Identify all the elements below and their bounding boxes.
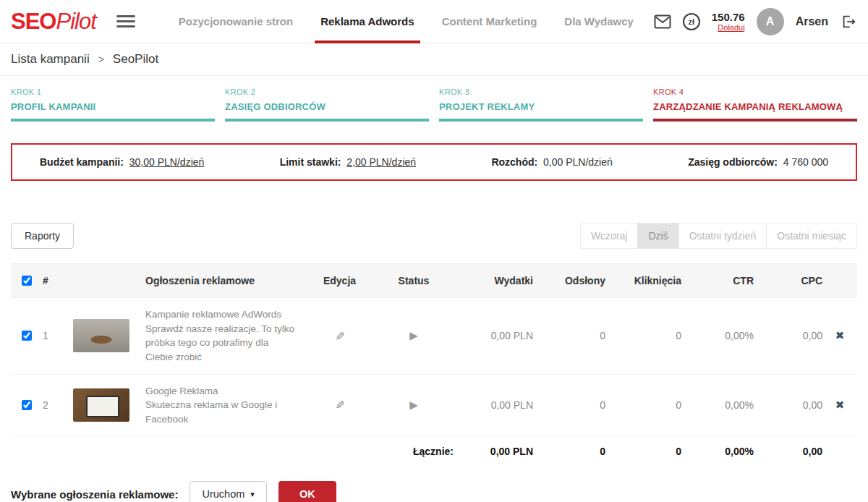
row-ctr: 0,00% — [681, 330, 754, 341]
step-number-label: KROK 1 — [11, 88, 215, 96]
summary-spend-label: Rozchód: — [491, 156, 537, 168]
col-header-status: Status — [374, 275, 454, 286]
summary-reach: Zasięg odbiorców: 4 760 000 — [688, 156, 828, 168]
row-checkbox[interactable] — [22, 331, 32, 341]
row-clicks: 0 — [605, 399, 681, 411]
ok-button[interactable]: OK — [278, 481, 336, 502]
row-views: 0 — [533, 399, 605, 411]
run-dropdown-button[interactable]: Uruchom ▾ — [190, 481, 266, 502]
step-number-label: KROK 4 — [653, 88, 857, 96]
row-checkbox[interactable] — [22, 400, 32, 410]
step-1-profil-kampanii[interactable]: KROK 1 PROFIL KAMPANII — [11, 88, 215, 122]
nav-item-content-marketing[interactable]: Content Marketing — [442, 0, 537, 43]
ad-thumbnail — [73, 388, 129, 422]
logo-text-seo: SEO — [11, 9, 56, 35]
step-progress-bar — [225, 119, 429, 122]
tab-ostatni-tydzien[interactable]: Ostatni tydzień — [678, 223, 767, 249]
topup-link[interactable]: Doładuj — [718, 23, 744, 33]
footer-actions: Wybrane ogłoszenia reklamowe: Uruchom ▾ … — [11, 481, 857, 502]
summary-limit: Limit stawki: 2,00 PLN/dzień — [280, 156, 416, 168]
top-bar: SEO Pilot Pozycjonowanie stron Reklama A… — [0, 0, 868, 43]
summary-limit-value[interactable]: 2,00 PLN/dzień — [346, 156, 416, 168]
breadcrumb-root[interactable]: Lista kampanii — [11, 52, 90, 67]
summary-spend: Rozchód: 0,00 PLN/dzień — [491, 156, 612, 168]
totals-clicks: 0 — [605, 446, 681, 457]
step-2-zasieg-odbiorcow[interactable]: KROK 2 ZASIĘG ODBIORCÓW — [225, 88, 429, 122]
avatar[interactable]: A — [757, 8, 784, 35]
summary-budget-value[interactable]: 30,00 PLN/dzień — [129, 156, 205, 168]
edit-pencil-icon[interactable]: ✎ — [333, 331, 346, 341]
tab-dzis[interactable]: Dziś — [637, 223, 678, 249]
selected-ads-label: Wybrane ogłoszenia reklamowe: — [11, 488, 178, 501]
ad-text: Google Reklama Skuteczna reklama w Googl… — [145, 384, 305, 427]
col-header-ads: Ogłoszenia reklamowe — [145, 273, 305, 288]
step-title: ZARZĄDZANIE KAMPANIĄ REKLAMOWĄ — [653, 101, 857, 112]
breadcrumb-separator: > — [98, 54, 104, 65]
play-status-icon[interactable]: ▶ — [409, 329, 418, 341]
step-number-label: KROK 2 — [225, 88, 429, 96]
row-spend: 0,00 PLN — [454, 330, 533, 341]
currency-coin-icon: zł — [683, 13, 700, 30]
seopilot-logo[interactable]: SEO Pilot — [11, 9, 96, 35]
col-header-num: # — [43, 275, 73, 286]
mail-icon[interactable] — [654, 14, 671, 29]
ad-title: Kampanie reklamowe AdWords — [145, 307, 295, 322]
col-header-cpc: CPC — [754, 275, 822, 286]
summary-budget-label: Budżet kampanii: — [40, 156, 124, 168]
delete-row-icon[interactable]: ✖ — [835, 329, 845, 341]
run-dropdown-label: Uruchom — [202, 488, 244, 500]
totals-cpc: 0,00 — [754, 446, 822, 457]
edit-pencil-icon[interactable]: ✎ — [333, 400, 346, 409]
top-right-cluster: zł 150.76 Doładuj A Arsen — [654, 8, 857, 35]
nav-item-pozycjonowanie[interactable]: Pozycjonowanie stron — [179, 0, 293, 43]
step-title: PROFIL KAMPANII — [11, 101, 215, 112]
ads-table: # Ogłoszenia reklamowe Edycja Status Wyd… — [11, 263, 857, 467]
campaign-summary-box: Budżet kampanii: 30,00 PLN/dzień Limit s… — [11, 143, 857, 181]
breadcrumb: Lista kampanii > SeoPilot — [0, 43, 868, 76]
summary-budget: Budżet kampanii: 30,00 PLN/dzień — [40, 156, 204, 168]
step-title: PROJEKT REKLAMY — [439, 101, 643, 112]
row-clicks: 0 — [605, 330, 681, 341]
summary-spend-value: 0,00 PLN/dzień — [543, 156, 613, 168]
col-header-edit: Edycja — [305, 275, 374, 286]
nav-item-dla-wydawcy[interactable]: Dla Wydawcy — [564, 0, 634, 43]
tab-ostatni-miesiac[interactable]: Ostatni miesiąc — [766, 223, 857, 249]
main-nav: Pozycjonowanie stron Reklama Adwords Con… — [179, 0, 634, 43]
totals-views: 0 — [533, 446, 605, 457]
delete-row-icon[interactable]: ✖ — [835, 399, 845, 411]
summary-reach-value: 4 760 000 — [783, 156, 828, 168]
col-header-spend: Wydatki — [454, 275, 533, 286]
ad-thumbnail — [73, 319, 129, 352]
totals-spend: 0,00 PLN — [454, 446, 533, 457]
ad-description: Skuteczna reklama w Google i Facebook — [145, 398, 295, 426]
chevron-down-icon: ▾ — [250, 490, 255, 499]
breadcrumb-current: SeoPilot — [113, 52, 158, 67]
row-views: 0 — [533, 330, 605, 341]
select-all-checkbox[interactable] — [22, 276, 32, 286]
wizard-steps: KROK 1 PROFIL KAMPANII KROK 2 ZASIĘG ODB… — [0, 76, 868, 122]
logout-icon[interactable] — [840, 14, 857, 30]
totals-ctr: 0,00% — [681, 446, 754, 457]
tab-wczoraj[interactable]: Wczoraj — [580, 223, 639, 249]
row-number: 1 — [43, 330, 73, 341]
nav-item-reklama-adwords[interactable]: Reklama Adwords — [320, 0, 414, 43]
table-row: 2 Google Reklama Skuteczna reklama w Goo… — [11, 375, 857, 437]
reports-button[interactable]: Raporty — [11, 223, 74, 249]
user-name[interactable]: Arsen — [796, 15, 828, 28]
row-cpc: 0,00 — [754, 399, 822, 411]
table-toolbar: Raporty Wczoraj Dziś Ostatni tydzień Ost… — [11, 223, 857, 249]
period-filter-tabs: Wczoraj Dziś Ostatni tydzień Ostatni mie… — [581, 223, 857, 249]
hamburger-menu-icon[interactable] — [116, 15, 135, 27]
summary-limit-label: Limit stawki: — [280, 156, 341, 168]
step-progress-bar — [439, 119, 643, 122]
step-4-zarzadzanie-kampania[interactable]: KROK 4 ZARZĄDZANIE KAMPANIĄ REKLAMOWĄ — [653, 88, 857, 122]
logo-text-pilot: Pilot — [56, 9, 95, 35]
ad-title: Google Reklama — [145, 384, 295, 399]
col-header-ctr: CTR — [681, 275, 754, 286]
totals-label: Łącznie: — [374, 446, 454, 457]
row-ctr: 0,00% — [681, 399, 754, 411]
step-3-projekt-reklamy[interactable]: KROK 3 PROJEKT REKLAMY — [439, 88, 643, 122]
col-header-clicks: Kliknięcia — [605, 275, 681, 286]
play-status-icon[interactable]: ▶ — [409, 399, 418, 411]
step-progress-bar — [653, 119, 857, 122]
